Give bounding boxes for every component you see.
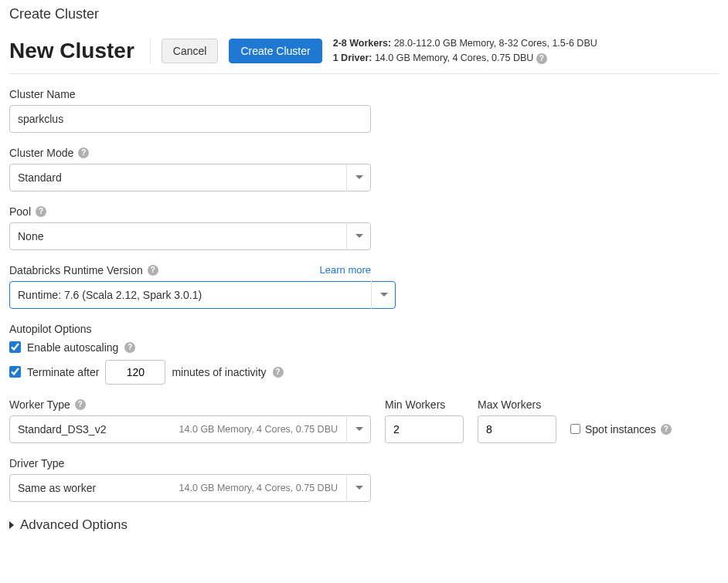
max-workers-label: Max Workers	[478, 398, 541, 411]
learn-more-link[interactable]: Learn more	[320, 264, 371, 276]
summary-driver-label: 1 Driver:	[333, 53, 373, 63]
min-workers-input[interactable]	[385, 415, 464, 443]
chevron-down-icon	[346, 415, 371, 443]
terminate-suffix: minutes of inactivity	[172, 366, 266, 378]
cluster-summary: 2-8 Workers: 28.0-112.0 GB Memory, 8-32 …	[333, 36, 597, 66]
cluster-mode-select[interactable]: Standard	[9, 164, 371, 192]
divider	[9, 73, 719, 74]
terminate-prefix: Terminate after	[27, 366, 99, 378]
cluster-mode-value: Standard	[18, 171, 342, 184]
worker-type-value: Standard_DS3_v2	[18, 423, 179, 436]
cluster-name-input[interactable]	[9, 105, 371, 133]
worker-type-label: Worker Type	[9, 398, 70, 411]
max-workers-input[interactable]	[478, 415, 556, 443]
worker-type-meta: 14.0 GB Memory, 4 Cores, 0.75 DBU	[179, 424, 338, 435]
cluster-name-label: Cluster Name	[9, 88, 76, 100]
autopilot-section-label: Autopilot Options	[9, 323, 719, 335]
page-title: New Cluster	[9, 39, 134, 63]
min-workers-label: Min Workers	[385, 398, 445, 411]
help-icon[interactable]: ?	[75, 399, 86, 410]
help-icon[interactable]: ?	[661, 424, 672, 435]
advanced-options-label: Advanced Options	[20, 517, 128, 533]
chevron-down-icon	[346, 222, 371, 250]
summary-workers-detail: 28.0-112.0 GB Memory, 8-32 Cores, 1.5-6 …	[394, 38, 597, 49]
driver-type-value: Same as worker	[18, 482, 179, 494]
runtime-version-select[interactable]: Runtime: 7.6 (Scala 2.12, Spark 3.0.1)	[9, 281, 396, 309]
chevron-down-icon	[346, 164, 371, 192]
advanced-options-toggle[interactable]: Advanced Options	[9, 517, 719, 533]
runtime-label: Databricks Runtime Version	[9, 264, 143, 276]
terminate-checkbox[interactable]	[9, 366, 21, 378]
driver-type-label: Driver Type	[9, 457, 64, 469]
pool-label: Pool	[9, 205, 31, 218]
cluster-mode-label: Cluster Mode	[9, 147, 73, 159]
worker-type-select[interactable]: Standard_DS3_v2 14.0 GB Memory, 4 Cores,…	[9, 415, 371, 443]
chevron-right-icon	[9, 521, 14, 529]
driver-type-meta: 14.0 GB Memory, 4 Cores, 0.75 DBU	[179, 483, 338, 493]
help-icon[interactable]: ?	[124, 342, 135, 353]
page-super-title: Create Cluster	[9, 6, 719, 22]
header-row: New Cluster Cancel Create Cluster 2-8 Wo…	[9, 36, 719, 66]
create-cluster-button[interactable]: Create Cluster	[229, 39, 321, 63]
pool-value: None	[18, 230, 342, 242]
pool-select[interactable]: None	[9, 222, 371, 250]
help-icon[interactable]: ?	[536, 53, 547, 64]
divider	[150, 39, 151, 63]
summary-workers-label: 2-8 Workers:	[333, 38, 392, 49]
help-icon[interactable]: ?	[78, 147, 89, 158]
enable-autoscaling-label: Enable autoscaling	[27, 341, 118, 354]
help-icon[interactable]: ?	[148, 265, 158, 276]
spot-instances-label: Spot instances	[585, 423, 656, 436]
chevron-down-icon	[346, 474, 371, 502]
summary-driver-detail: 14.0 GB Memory, 4 Cores, 0.75 DBU	[375, 53, 533, 63]
runtime-value: Runtime: 7.6 (Scala 2.12, Spark 3.0.1)	[18, 289, 367, 301]
help-icon[interactable]: ?	[36, 206, 46, 217]
cancel-button[interactable]: Cancel	[162, 39, 219, 63]
help-icon[interactable]: ?	[273, 367, 284, 378]
terminate-minutes-input[interactable]	[105, 360, 165, 385]
driver-type-select[interactable]: Same as worker 14.0 GB Memory, 4 Cores, …	[9, 474, 371, 502]
spot-instances-checkbox[interactable]	[570, 424, 580, 434]
chevron-down-icon	[371, 281, 396, 309]
enable-autoscaling-checkbox[interactable]	[9, 341, 21, 353]
